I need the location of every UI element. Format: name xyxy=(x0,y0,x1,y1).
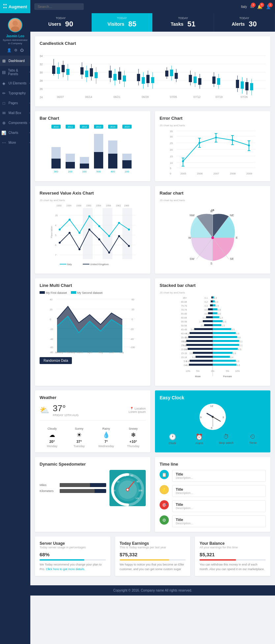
svg-text:1966: 1966 xyxy=(124,204,129,207)
svg-point-169 xyxy=(59,229,61,230)
stat-title-1: Visitors xyxy=(107,21,124,27)
svg-text:20: 20 xyxy=(170,148,173,151)
clock-item-2[interactable]: ⏱ Stop watch xyxy=(213,433,239,445)
svg-text:4.6: 4.6 xyxy=(236,332,239,335)
svg-rect-24 xyxy=(109,71,112,78)
sidebar-item-typography[interactable]: ✏ Typography xyxy=(0,88,34,98)
svg-text:100: 100 xyxy=(138,489,142,492)
svg-text:07/19: 07/19 xyxy=(216,95,223,99)
randomize-button[interactable]: Randomize Data xyxy=(40,357,72,364)
power-icon[interactable]: ⏻ xyxy=(20,48,24,52)
sidebar-item-ui[interactable]: ◈ UI Elements › xyxy=(0,78,34,88)
user-icon[interactable]: 👤 xyxy=(7,48,12,52)
svg-text:0.5: 0.5 xyxy=(204,309,208,311)
svg-rect-317 xyxy=(213,364,236,366)
svg-text:1934: 1934 xyxy=(66,204,72,207)
language-selector[interactable]: Italy xyxy=(241,5,247,9)
weather-title: Weather xyxy=(40,395,146,400)
svg-rect-298 xyxy=(188,348,213,350)
svg-rect-46 xyxy=(189,75,192,82)
svg-rect-272 xyxy=(213,328,231,330)
clock-item-1[interactable]: ⏰ Alarm xyxy=(187,433,212,445)
footer: Copyright © 2016. Company name All right… xyxy=(30,585,275,596)
km-label: Kilometers xyxy=(40,489,58,493)
km-fill xyxy=(60,489,95,493)
svg-text:-40: -40 xyxy=(130,338,134,340)
svg-point-183 xyxy=(118,235,120,237)
stat-card-users[interactable]: Today Users 90 xyxy=(30,13,92,32)
svg-rect-156 xyxy=(83,208,93,259)
svg-point-137 xyxy=(182,160,184,162)
server-usage-title: Server Usage xyxy=(40,541,106,546)
today-earnings-title: Today Earnings xyxy=(120,541,186,546)
your-balance-card: Your Balance All your earnings for this … xyxy=(195,537,270,576)
svg-point-141 xyxy=(248,144,250,146)
radar-chart-title: Radar chart xyxy=(160,191,266,196)
sidebar-item-dashboard[interactable]: ⊞ Dashboard xyxy=(0,56,34,66)
svg-text:12: 12 xyxy=(210,405,213,408)
mail-icon[interactable]: ✉ 3 xyxy=(250,4,254,9)
sidebar-item-mailbox[interactable]: ✉ Mail Box › xyxy=(0,108,34,118)
svg-rect-282 xyxy=(213,336,237,338)
svg-rect-268 xyxy=(204,324,213,326)
svg-rect-60 xyxy=(245,82,249,90)
svg-text:May: May xyxy=(99,351,103,354)
svg-rect-287 xyxy=(213,340,239,342)
svg-text:6: 6 xyxy=(55,244,56,246)
stat-value-0: 90 xyxy=(65,20,73,28)
svg-text:15: 15 xyxy=(170,155,173,158)
stat-card-visitors[interactable]: Today Visitors 85 xyxy=(92,13,153,32)
svg-text:3.8: 3.8 xyxy=(184,348,187,351)
svg-text:0: 0 xyxy=(170,172,171,175)
sidebar-item-charts[interactable]: 📊 Charts › xyxy=(0,128,34,138)
user-icon[interactable]: 👤 2 xyxy=(266,4,271,9)
svg-text:4.8: 4.8 xyxy=(237,336,241,339)
svg-text:2007: 2007 xyxy=(213,172,219,175)
svg-text:300: 300 xyxy=(54,170,58,173)
sidebar-item-label: Typography xyxy=(9,91,26,95)
stat-title-2: Tasks xyxy=(171,21,184,27)
bell-icon[interactable]: 🔔 5 xyxy=(257,4,262,9)
svg-text:9: 9 xyxy=(200,416,202,419)
clock-item-0[interactable]: 🕐 Clock xyxy=(160,433,185,445)
day-name-0: Monday xyxy=(47,445,57,448)
svg-rect-248 xyxy=(208,308,213,310)
bottom-row: Server Usage Today server usage in perce… xyxy=(35,537,270,576)
speed-bar-km: Kilometers xyxy=(40,489,106,493)
svg-text:2005: 2005 xyxy=(180,172,186,175)
svg-text:80-84: 80-84 xyxy=(181,301,187,303)
svg-rect-62 xyxy=(250,83,253,90)
svg-text:4.8: 4.8 xyxy=(185,336,188,339)
sidebar-item-label: Pages xyxy=(9,101,18,105)
sidebar-item-tabs[interactable]: ▤ Tabs & Panels › xyxy=(0,66,34,78)
components-icon: ⊕ xyxy=(1,121,7,125)
weather-day-0: Cloudy ☁ 20° Monday xyxy=(40,427,65,448)
svg-text:April: April xyxy=(88,351,92,354)
sidebar-item-components[interactable]: ⊕ Components › xyxy=(0,118,34,128)
svg-text:4.8: 4.8 xyxy=(185,364,189,366)
timeline-item-desc-0: Description... xyxy=(176,476,262,479)
sidebar-item-more[interactable]: ⋯ More › xyxy=(0,138,34,148)
svg-text:0.3: 0.3 xyxy=(204,305,208,307)
svg-point-184 xyxy=(128,245,130,247)
stat-card-alerts[interactable]: Today Alerts 30 xyxy=(214,13,275,32)
settings-icon[interactable]: ⚙ xyxy=(14,48,17,52)
svg-text:06/07: 06/07 xyxy=(57,95,64,99)
candlestick-card: Candlestick Chart xyxy=(35,36,270,107)
svg-point-138 xyxy=(199,142,200,144)
weather-condition-label-2: Rainy xyxy=(102,427,110,430)
chevron-right-icon: › xyxy=(29,121,30,124)
svg-rect-16 xyxy=(80,67,84,75)
svg-rect-96 xyxy=(80,164,89,169)
server-usage-link[interactable]: Click here to get more details. xyxy=(46,567,85,571)
sidebar-item-pages[interactable]: □ Pages › xyxy=(0,98,34,108)
timeline-dot-1: ⭐ xyxy=(160,485,169,494)
svg-text:5.4: 5.4 xyxy=(183,344,186,347)
svg-text:500: 500 xyxy=(96,170,101,173)
svg-point-346 xyxy=(127,489,129,491)
clock-item-3[interactable]: ⏲ Timer xyxy=(240,433,266,445)
search-input[interactable] xyxy=(34,3,84,10)
stat-card-tasks[interactable]: Today Tasks 51 xyxy=(153,13,214,32)
svg-text:15-19: 15-19 xyxy=(181,352,187,354)
svg-rect-8 xyxy=(52,66,55,74)
